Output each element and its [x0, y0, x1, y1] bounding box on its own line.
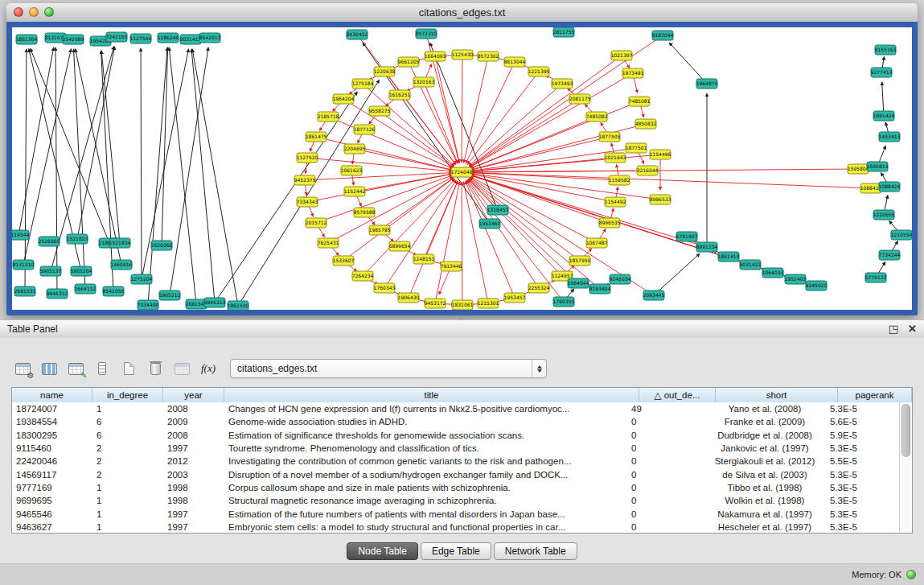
- graph-node[interactable]: 1021643: [605, 153, 626, 163]
- table-scrollbar-thumb[interactable]: [901, 404, 910, 457]
- graph-node[interactable]: 1861475: [306, 132, 327, 142]
- graph-node[interactable]: 2015712: [306, 218, 327, 228]
- minimize-window-button[interactable]: [29, 7, 39, 17]
- graph-node[interactable]: 1664112: [75, 284, 97, 294]
- graph-node[interactable]: 8542013: [199, 33, 221, 43]
- graph-node[interactable]: 3216044: [637, 166, 659, 175]
- delete-table-button[interactable]: [144, 358, 166, 379]
- graph-node[interactable]: 1831061: [452, 300, 474, 310]
- table-row[interactable]: 2242004622012Investigating the contribut…: [12, 455, 900, 468]
- graph-node[interactable]: 2185718: [318, 112, 339, 122]
- graph-node[interactable]: 7334400: [138, 300, 159, 310]
- graph-node[interactable]: 7485083: [586, 112, 608, 122]
- graph-node[interactable]: 1877501: [626, 143, 647, 153]
- graph-node[interactable]: 1320163: [413, 77, 435, 87]
- graph-node[interactable]: 9945313: [204, 298, 226, 307]
- graph-node[interactable]: 1861500: [228, 301, 249, 310]
- graph-node[interactable]: 1964204: [333, 94, 355, 104]
- graph-node[interactable]: 1952403: [785, 274, 807, 284]
- float-panel-icon[interactable]: ◳: [889, 323, 898, 335]
- graph-node[interactable]: 1154496: [650, 150, 671, 159]
- graph-node[interactable]: 1275184: [352, 79, 374, 89]
- graph-node[interactable]: 7264234: [352, 271, 374, 281]
- graph-node[interactable]: 6899654: [389, 241, 411, 251]
- graph-node[interactable]: 1275204: [131, 274, 153, 284]
- column-header-in_degree[interactable]: in_degree: [92, 388, 163, 402]
- tab-network-table[interactable]: Network Table: [494, 542, 577, 560]
- graph-node[interactable]: 1159582: [609, 175, 630, 185]
- graph-node[interactable]: 1221395: [528, 67, 550, 76]
- graph-node[interactable]: 7485081: [629, 97, 651, 106]
- graph-node[interactable]: 1127544: [130, 34, 152, 43]
- network-canvas[interactable]: 1724046115958210216431877505748508320811…: [12, 27, 912, 310]
- graph-node[interactable]: 5905137: [40, 266, 62, 276]
- close-window-button[interactable]: [14, 7, 23, 17]
- graph-node[interactable]: 8996533: [650, 195, 671, 204]
- table-row[interactable]: 1456911722003Disruption of a novel membe…: [12, 468, 900, 480]
- graph-node[interactable]: 1861424: [873, 111, 895, 121]
- graph-node[interactable]: 4850832: [635, 119, 657, 129]
- graph-node[interactable]: 1521823: [67, 234, 88, 244]
- tab-node-table[interactable]: Node Table: [347, 542, 418, 560]
- graph-node[interactable]: 9031422: [740, 260, 762, 270]
- table-row[interactable]: 1830029562008Estimation of significance …: [12, 429, 900, 442]
- graph-node[interactable]: 1067487: [586, 238, 608, 248]
- graph-node[interactable]: 8579588: [354, 208, 376, 217]
- table-row[interactable]: 911546021997Tourette syndrome. Phenomeno…: [12, 442, 900, 455]
- graph-node[interactable]: 7625431: [318, 238, 339, 248]
- graph-node[interactable]: 1760355: [553, 297, 575, 307]
- graph-node[interactable]: 1152442: [344, 187, 366, 196]
- graph-node[interactable]: 1064044: [568, 278, 589, 288]
- graph-node[interactable]: 8572310: [416, 29, 437, 39]
- table-row[interactable]: 1938455462009Genome-wide association stu…: [12, 415, 900, 428]
- graph-node[interactable]: 1119544: [12, 230, 30, 240]
- graph-node[interactable]: 1985795: [369, 225, 391, 235]
- graph-node[interactable]: 2542089: [63, 35, 84, 44]
- graph-node[interactable]: 8193404: [589, 284, 611, 294]
- graph-node[interactable]: 1186240: [158, 33, 179, 43]
- graph-node[interactable]: 1760343: [374, 283, 396, 293]
- table-mode-button[interactable]: [11, 358, 34, 379]
- column-header-short[interactable]: short: [716, 388, 838, 402]
- graph-node[interactable]: 8613044: [504, 57, 526, 67]
- close-panel-icon[interactable]: ✕: [908, 323, 917, 335]
- graph-node[interactable]: 8131210: [13, 260, 35, 270]
- graph-node[interactable]: 1664091: [425, 51, 446, 61]
- import-table-button[interactable]: [170, 358, 193, 379]
- graph-node[interactable]: 2526065: [39, 237, 60, 246]
- graph-node[interactable]: 9452375: [294, 175, 316, 185]
- graph-node[interactable]: 2081175: [569, 94, 591, 104]
- graph-node[interactable]: 1877126: [354, 125, 376, 134]
- graph-node[interactable]: 2526066: [151, 241, 173, 250]
- graph-node[interactable]: 1857950: [569, 256, 591, 266]
- table-row[interactable]: 946554611997Estimation of the future num…: [12, 507, 900, 520]
- graph-node[interactable]: 1215301: [478, 299, 499, 308]
- table-row[interactable]: 1872400712008Changes of HCN gene express…: [12, 402, 900, 415]
- graph-node[interactable]: 8183044: [652, 31, 674, 40]
- graph-node[interactable]: 1877505: [599, 132, 621, 142]
- graph-node[interactable]: 9661205: [398, 57, 420, 67]
- graph-node[interactable]: 9453172: [425, 299, 446, 308]
- edit-table-button[interactable]: [64, 358, 87, 379]
- zoom-window-button[interactable]: [44, 7, 54, 17]
- graph-node[interactable]: 1521834: [109, 238, 131, 248]
- graph-node[interactable]: 1616251: [389, 90, 411, 100]
- graph-node[interactable]: 8542055: [103, 286, 125, 296]
- graph-node[interactable]: 1127520: [297, 153, 318, 163]
- window-titlebar[interactable]: citations_edges.txt: [6, 3, 918, 23]
- graph-node[interactable]: 1460916: [111, 260, 133, 270]
- graph-node[interactable]: 7734244: [879, 250, 901, 260]
- column-header-year[interactable]: year: [163, 388, 224, 402]
- graph-node[interactable]: 1595813: [867, 162, 889, 171]
- graph-node[interactable]: 1861413: [718, 252, 740, 262]
- graph-node[interactable]: 2093445: [643, 290, 665, 300]
- graph-node[interactable]: 5905204: [71, 266, 92, 276]
- graph-node[interactable]: 1964879: [696, 79, 718, 89]
- graph-node[interactable]: 1220655: [873, 210, 895, 220]
- graph-node[interactable]: 7334343: [297, 197, 318, 207]
- graph-node[interactable]: 9245034: [610, 274, 631, 284]
- graph-node[interactable]: 1595804: [848, 164, 869, 174]
- graph-node[interactable]: 8991234: [696, 242, 718, 252]
- new-table-button[interactable]: [117, 358, 140, 379]
- graph-node[interactable]: 1220638: [374, 67, 396, 76]
